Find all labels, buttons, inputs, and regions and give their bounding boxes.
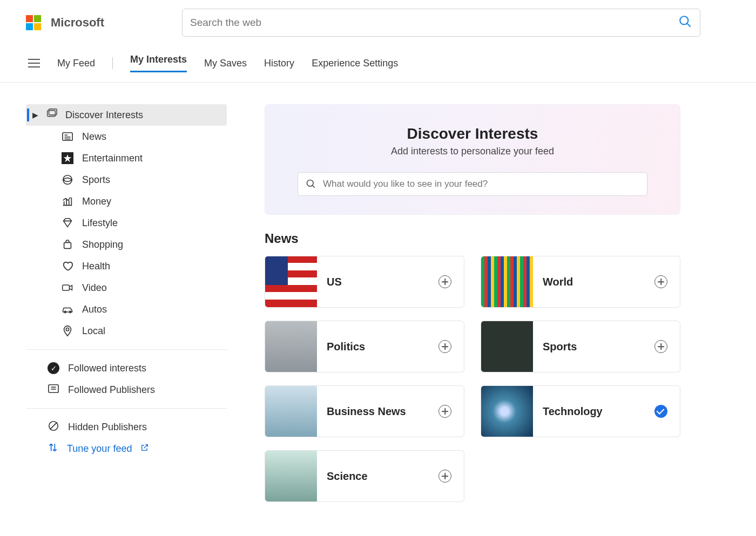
sidebar-item-sports[interactable]: Sports (26, 169, 227, 191)
svg-point-10 (63, 175, 72, 185)
add-interest-button[interactable] (650, 275, 672, 288)
svg-rect-11 (64, 242, 71, 248)
svg-point-21 (307, 180, 314, 187)
interest-thumbnail (265, 385, 317, 437)
add-interest-icon[interactable] (438, 275, 451, 288)
interest-thumbnail (265, 256, 317, 308)
sort-arrows-icon (48, 442, 58, 456)
interest-card-technology[interactable]: Technology (481, 385, 680, 437)
svg-point-15 (66, 328, 69, 331)
hero-panel: Discover Interests Add interests to pers… (265, 104, 680, 215)
sidebar-item-label: Sports (82, 174, 110, 186)
sidebar-item-shopping[interactable]: Shopping (26, 234, 227, 255)
nav-divider (112, 57, 113, 69)
interest-card-business-news[interactable]: Business News (265, 385, 464, 437)
svg-point-0 (680, 16, 688, 24)
search-icon (306, 179, 316, 189)
svg-rect-16 (49, 384, 58, 392)
sidebar-item-discover-interests[interactable]: ▶ Discover Interests (26, 104, 227, 126)
followed-check-icon[interactable] (654, 405, 667, 418)
sidebar-item-lifestyle[interactable]: Lifestyle (26, 212, 227, 234)
svg-line-22 (313, 186, 315, 188)
sidebar-item-video[interactable]: Video (26, 277, 227, 298)
publishers-icon (48, 383, 59, 397)
add-interest-button[interactable] (434, 470, 456, 483)
hamburger-icon[interactable] (28, 59, 40, 67)
add-interest-button[interactable] (650, 405, 672, 418)
sidebar: ▶ Discover Interests NewsEntertainmentSp… (26, 104, 227, 502)
add-interest-button[interactable] (650, 340, 672, 353)
svg-rect-12 (63, 285, 70, 290)
section-title: News (265, 231, 680, 246)
add-interest-icon[interactable] (438, 340, 451, 353)
sidebar-item-hidden-publishers[interactable]: Hidden Publishers (26, 416, 227, 438)
search-input[interactable] (190, 17, 678, 29)
sidebar-item-label: Money (82, 196, 111, 207)
sidebar-item-label: Entertainment (82, 153, 143, 164)
interest-thumbnail (481, 256, 533, 308)
nav-link-experience-settings[interactable]: Experience Settings (312, 58, 398, 69)
nav-link-my-interests[interactable]: My Interests (130, 54, 187, 72)
check-circle-icon: ✓ (48, 362, 59, 374)
sidebar-item-label: Local (82, 325, 105, 337)
interest-card-grid: USWorldPoliticsSportsBusiness NewsTechno… (265, 256, 680, 502)
add-interest-icon[interactable] (654, 275, 667, 288)
sidebar-item-label: Hidden Publishers (68, 422, 147, 433)
header: Microsoft (0, 0, 756, 42)
sidebar-item-label: Followed Publishers (68, 384, 155, 396)
hero-title: Discover Interests (298, 125, 647, 143)
sidebar-item-autos[interactable]: Autos (26, 298, 227, 320)
sidebar-item-tune-your-feed[interactable]: Tune your feed (26, 438, 227, 459)
heart-icon (62, 260, 73, 272)
sidebar-item-health[interactable]: Health (26, 255, 227, 277)
car-icon (62, 303, 73, 315)
news-icon (62, 131, 73, 143)
main-content: Discover Interests Add interests to pers… (265, 104, 680, 502)
sidebar-item-money[interactable]: Money (26, 191, 227, 212)
microsoft-logo-icon (26, 15, 41, 30)
sidebar-item-followed-interests[interactable]: ✓ Followed interests (26, 357, 227, 379)
interest-card-label: US (317, 276, 434, 288)
search-icon[interactable] (678, 15, 692, 31)
sidebar-item-label: News (82, 131, 106, 143)
pin-icon (62, 325, 73, 337)
interest-search-box[interactable] (298, 172, 647, 196)
bag-icon (62, 239, 73, 250)
ball-icon (62, 174, 73, 186)
add-interest-icon[interactable] (438, 405, 451, 418)
sidebar-item-label: Followed interests (68, 363, 146, 374)
add-interest-icon[interactable] (438, 470, 451, 483)
add-interest-icon[interactable] (654, 340, 667, 353)
sidebar-item-local[interactable]: Local (26, 320, 227, 342)
sidebar-separator (26, 408, 227, 409)
add-interest-button[interactable] (434, 405, 456, 418)
interest-card-label: Science (317, 470, 434, 483)
interest-card-science[interactable]: Science (265, 450, 464, 502)
interest-card-politics[interactable]: Politics (265, 321, 464, 372)
interest-card-world[interactable]: World (481, 256, 680, 308)
interest-card-label: Politics (317, 341, 434, 353)
nav-link-my-saves[interactable]: My Saves (204, 58, 247, 69)
interest-search-input[interactable] (323, 179, 639, 189)
nav-link-history[interactable]: History (264, 58, 294, 69)
svg-line-1 (687, 24, 691, 27)
sidebar-item-label: Autos (82, 304, 107, 315)
interest-card-sports[interactable]: Sports (481, 321, 680, 372)
interest-thumbnail (481, 321, 533, 372)
nav-link-my-feed[interactable]: My Feed (57, 58, 95, 69)
nav-row: My Feed My Interests My Saves History Ex… (0, 42, 756, 83)
add-interest-button[interactable] (434, 340, 456, 353)
interest-card-us[interactable]: US (265, 256, 464, 308)
interest-thumbnail (265, 450, 317, 502)
sidebar-item-label: Tune your feed (67, 443, 132, 454)
add-interest-button[interactable] (434, 275, 456, 288)
sidebar-item-label: Discover Interests (65, 110, 143, 121)
sidebar-item-followed-publishers[interactable]: Followed Publishers (26, 379, 227, 401)
external-link-icon (140, 443, 149, 454)
interest-card-label: World (533, 276, 650, 288)
search-bar[interactable] (182, 9, 700, 37)
sidebar-item-label: Video (82, 282, 107, 294)
sidebar-item-entertainment[interactable]: Entertainment (26, 147, 227, 169)
chart-icon (62, 195, 73, 207)
sidebar-item-news[interactable]: News (26, 126, 227, 147)
